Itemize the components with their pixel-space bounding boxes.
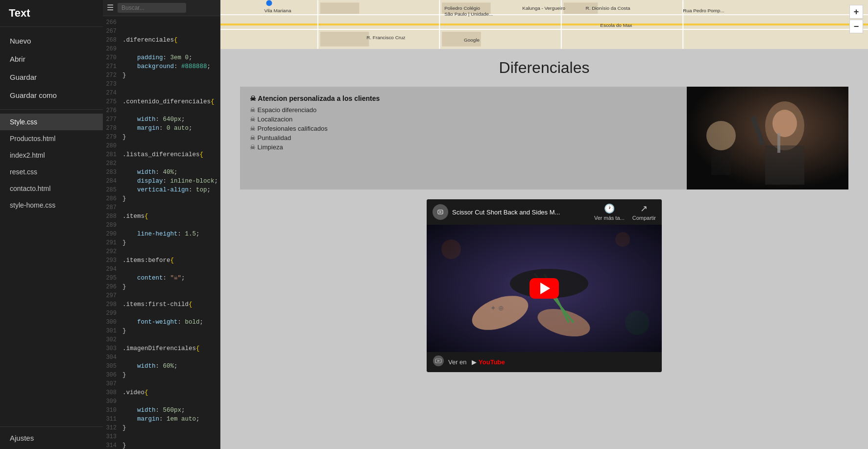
svg-point-42 bbox=[615, 232, 630, 247]
video-thumbnail[interactable]: ✦ ⊕ bbox=[427, 225, 662, 352]
line-content: } bbox=[121, 238, 126, 247]
svg-text:R. Francisco Cruz: R. Francisco Cruz bbox=[366, 35, 405, 40]
code-line: 309 bbox=[103, 397, 220, 406]
video-header-right: 🕐 Ver más ta... ↗ Compartir bbox=[594, 203, 656, 221]
search-input[interactable] bbox=[118, 3, 186, 13]
line-number: 289 bbox=[103, 221, 121, 230]
code-line: 286} bbox=[103, 194, 220, 203]
code-line: 280 bbox=[103, 142, 220, 150]
line-content bbox=[121, 397, 122, 406]
line-number: 276 bbox=[103, 106, 121, 115]
code-line: 313 bbox=[103, 432, 220, 441]
play-triangle-icon bbox=[540, 283, 550, 294]
map-zoom-in-button[interactable]: + bbox=[849, 5, 863, 19]
line-content: font-weight: bold; bbox=[121, 318, 203, 327]
line-number: 292 bbox=[103, 247, 121, 256]
line-content: width: 60%; bbox=[121, 362, 178, 371]
play-button[interactable] bbox=[530, 278, 559, 299]
sidebar-menu: NuevoAbrirGuardarGuardar como bbox=[0, 27, 103, 110]
line-content: } bbox=[121, 194, 126, 203]
differential-item: ☠ Limpieza bbox=[250, 143, 677, 151]
line-number: 303 bbox=[103, 344, 121, 353]
app-title: Text bbox=[0, 0, 103, 27]
differentials-image bbox=[687, 87, 848, 189]
code-editor-panel: ☰ 266267268.diferenciales{269270 padding… bbox=[103, 0, 220, 449]
line-number: 288 bbox=[103, 212, 121, 221]
sidebar-menu-item-guardar-como[interactable]: Guardar como bbox=[0, 86, 103, 104]
line-content: .video{ bbox=[121, 388, 148, 397]
video-header-left: Scissor Cut Short Back and Sides M... bbox=[433, 204, 560, 220]
code-line: 278 margin: 0 auto; bbox=[103, 124, 220, 133]
code-line: 291} bbox=[103, 238, 220, 247]
sidebar-file-style-css[interactable]: Style.css bbox=[0, 114, 103, 130]
line-content bbox=[121, 203, 122, 212]
video-block: Scissor Cut Short Back and Sides M... 🕐 … bbox=[427, 199, 662, 372]
sidebar-file-style-home-css[interactable]: style-home.css bbox=[0, 197, 103, 213]
sidebar-file-contacto-html[interactable]: contacto.html bbox=[0, 180, 103, 197]
hamburger-icon[interactable]: ☰ bbox=[107, 3, 114, 13]
code-editor-header: ☰ bbox=[103, 0, 220, 16]
line-content bbox=[121, 353, 122, 362]
code-line: 277 width: 640px; bbox=[103, 115, 220, 124]
sidebar-menu-item-abrir[interactable]: Abrir bbox=[0, 50, 103, 68]
svg-point-22 bbox=[266, 0, 272, 6]
code-line: 276 bbox=[103, 106, 220, 115]
sidebar-file-productos-html[interactable]: Productos.html bbox=[0, 130, 103, 147]
line-content bbox=[121, 27, 122, 36]
code-line: 294 bbox=[103, 265, 220, 274]
svg-text:Rua Pedro Pomp...: Rua Pedro Pomp... bbox=[683, 8, 724, 13]
line-content bbox=[121, 106, 122, 115]
line-content: } bbox=[121, 283, 126, 291]
code-line: 297 bbox=[103, 291, 220, 300]
svg-text:São Paulo | Unidade...: São Paulo | Unidade... bbox=[444, 11, 493, 17]
map-zoom-out-button[interactable]: − bbox=[849, 20, 863, 33]
share-icon: ↗ bbox=[640, 203, 648, 214]
line-content bbox=[121, 335, 122, 344]
code-line: 269 bbox=[103, 45, 220, 53]
code-line: 295 content: "☠"; bbox=[103, 274, 220, 283]
line-content: .listas_diferenciales{ bbox=[121, 150, 203, 159]
line-content: padding: 3em 0; bbox=[121, 53, 193, 62]
code-line: 267 bbox=[103, 27, 220, 36]
video-share-button[interactable]: ↗ Compartir bbox=[632, 203, 656, 221]
code-line: 266 bbox=[103, 18, 220, 27]
code-line: 311 margin: 1em auto; bbox=[103, 415, 220, 424]
code-line: 270 padding: 3em 0; bbox=[103, 53, 220, 62]
video-watch-later-button[interactable]: 🕐 Ver más ta... bbox=[594, 203, 625, 221]
svg-text:Google: Google bbox=[464, 37, 480, 43]
sidebar-file-reset-css[interactable]: reset.css bbox=[0, 164, 103, 180]
map-svg: Vila Mariana Poliedro Colégio São Paulo … bbox=[220, 0, 868, 49]
sidebar-menu-item-guardar[interactable]: Guardar bbox=[0, 68, 103, 86]
video-title: Scissor Cut Short Back and Sides M... bbox=[452, 209, 560, 216]
sidebar-menu-item-nuevo[interactable]: Nuevo bbox=[0, 32, 103, 50]
code-line: 310 width: 560px; bbox=[103, 406, 220, 415]
code-line: 285 vertical-align: top; bbox=[103, 186, 220, 194]
line-content bbox=[121, 291, 122, 300]
line-content: } bbox=[121, 441, 126, 449]
line-number: 269 bbox=[103, 45, 121, 53]
line-content: margin: 1em auto; bbox=[121, 415, 200, 424]
code-line: 293.items:before{ bbox=[103, 256, 220, 265]
sidebar-file-index2-html[interactable]: index2.html bbox=[0, 147, 103, 164]
line-number: 279 bbox=[103, 133, 121, 142]
line-number: 307 bbox=[103, 379, 121, 388]
code-line: 281.listas_diferenciales{ bbox=[103, 150, 220, 159]
code-line: 302 bbox=[103, 335, 220, 344]
video-share-label: Compartir bbox=[632, 215, 656, 221]
video-watch-later-label: Ver más ta... bbox=[594, 215, 625, 221]
line-content: .items:first-child{ bbox=[121, 300, 193, 309]
line-number: 281 bbox=[103, 150, 121, 159]
code-line: 290 line-height: 1.5; bbox=[103, 230, 220, 238]
line-content bbox=[121, 379, 122, 388]
settings-item[interactable]: Ajustes bbox=[0, 426, 103, 449]
line-number: 311 bbox=[103, 415, 121, 424]
line-content bbox=[121, 247, 122, 256]
differentials-list: ☠ Atencion personalizada a los clientes … bbox=[240, 87, 687, 189]
line-number: 286 bbox=[103, 194, 121, 203]
line-number: 272 bbox=[103, 71, 121, 80]
line-number: 313 bbox=[103, 432, 121, 441]
line-content: } bbox=[121, 424, 126, 432]
line-content: } bbox=[121, 371, 126, 379]
line-number: 283 bbox=[103, 168, 121, 177]
youtube-logo: ▶ YouTube bbox=[472, 358, 505, 366]
